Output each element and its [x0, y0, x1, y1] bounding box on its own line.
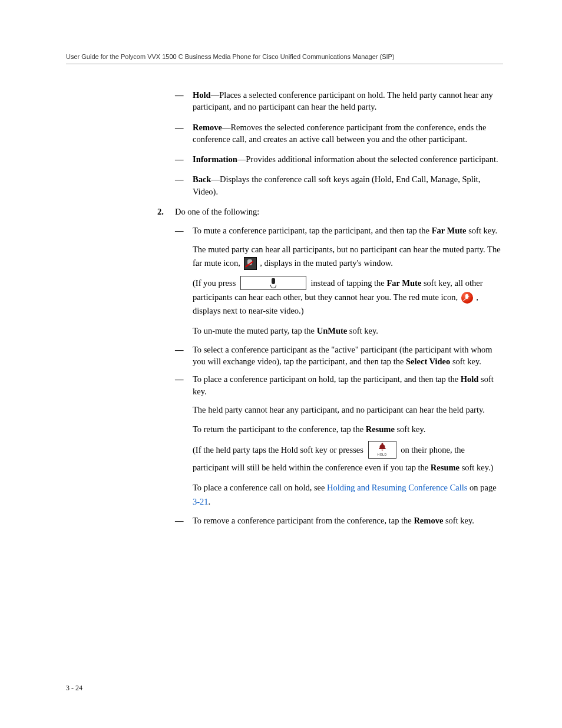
red-mute-icon: [461, 292, 473, 304]
term-remove: Remove: [193, 123, 222, 132]
holdp-p5: To place a conference call on hold, see …: [193, 481, 503, 508]
dash: —: [175, 173, 193, 197]
holdp-p3b: Resume: [366, 424, 395, 434]
page-number: 3 - 24: [66, 684, 82, 693]
dash: —: [175, 225, 193, 236]
link-page-ref[interactable]: 3-21: [193, 497, 209, 506]
holdp-p1a: To place a conference participant on hol…: [193, 374, 461, 384]
holdp-p4a: (If the held party taps the Hold soft ke…: [193, 446, 366, 455]
sub-hold-participant: — To place a conference participant on h…: [175, 373, 503, 397]
sub-remove-participant: — To remove a conference participant fro…: [175, 515, 503, 526]
mute-p3a: (If you press: [193, 278, 238, 288]
holdp-p2: The held party cannot hear any participa…: [193, 403, 503, 417]
term-back: Back: [193, 174, 211, 184]
holdp-p5c: .: [209, 497, 211, 506]
bullet-remove: — Remove—Removes the selected conference…: [175, 121, 503, 146]
step-number: 2.: [157, 206, 175, 218]
text-back: —Displays the conference call soft keys …: [193, 174, 480, 196]
mute-p2b: , displays in the muted party's window.: [260, 258, 393, 268]
mute-p1c: soft key.: [467, 226, 498, 235]
holdp-p3: To return the participant to the confere…: [193, 423, 503, 436]
holdp-p4d: soft key.): [459, 463, 493, 472]
removep-c: soft key.: [443, 516, 474, 525]
page-header: User Guide for the Polycom VVX 1500 C Bu…: [66, 53, 503, 64]
holdp-p4c: Resume: [431, 463, 459, 472]
holdp-p3a: To return the participant to the confere…: [193, 424, 366, 434]
bullet-hold: — Hold—Places a selected conference part…: [175, 89, 503, 113]
term-hold: Hold: [193, 90, 211, 100]
select-c: soft key.: [450, 357, 481, 366]
body-content: — Hold—Places a selected conference part…: [175, 89, 503, 526]
bullet-information: — Information—Provides additional inform…: [175, 153, 503, 165]
far-mute-icon: [244, 257, 257, 270]
mute-p1b: Far Mute: [432, 226, 467, 235]
holdp-p4: (If the held party taps the Hold soft ke…: [193, 442, 503, 475]
hold-hard-key-icon: HOLD: [368, 441, 396, 459]
sub-mute: — To mute a conference participant, tap …: [175, 225, 503, 236]
mute-p4: To un-mute the muted party, tap the UnMu…: [193, 324, 503, 338]
mute-p1a: To mute a conference participant, tap th…: [193, 226, 432, 235]
dash: —: [175, 515, 193, 526]
holdp-p3c: soft key.: [395, 424, 426, 434]
hold-key-label: HOLD: [369, 452, 396, 457]
removep-a: To remove a conference participant from …: [193, 516, 414, 525]
dash: —: [175, 153, 193, 165]
mute-p4b: UnMute: [317, 326, 348, 335]
dash: —: [175, 373, 193, 397]
select-b: Select Video: [406, 357, 450, 366]
bullet-back: — Back—Displays the conference call soft…: [175, 173, 503, 197]
text-hold: —Places a selected conference participan…: [193, 90, 493, 111]
text-information: —Provides additional information about t…: [237, 154, 498, 164]
dash: —: [175, 121, 193, 146]
mute-p3c: Far Mute: [386, 278, 421, 288]
holdp-p5a: To place a conference call on hold, see: [193, 483, 327, 492]
mute-p4a: To un-mute the muted party, tap the: [193, 326, 317, 335]
mute-hard-key-icon: [240, 276, 306, 290]
holdp-p5b: on page: [467, 483, 496, 492]
sub-select-video: — To select a conference participant as …: [175, 344, 503, 368]
mute-p3b: instead of tapping the: [311, 278, 387, 288]
link-holding-resuming[interactable]: Holding and Resuming Conference Calls: [327, 483, 467, 492]
mute-p2: The muted party can hear all participant…: [193, 243, 503, 271]
step-2-lead: Do one of the following:: [175, 206, 503, 218]
term-information: Information: [193, 154, 237, 164]
removep-b: Remove: [414, 516, 443, 525]
dash: —: [175, 89, 193, 113]
text-remove: —Removes the selected conference partici…: [193, 123, 486, 144]
mute-p4c: soft key.: [347, 326, 378, 335]
holdp-p1b: Hold: [461, 374, 479, 384]
mute-p3: (If you press instead of tapping the Far…: [193, 276, 503, 318]
step-2: 2. Do one of the following:: [157, 206, 503, 218]
dash: —: [175, 344, 193, 368]
